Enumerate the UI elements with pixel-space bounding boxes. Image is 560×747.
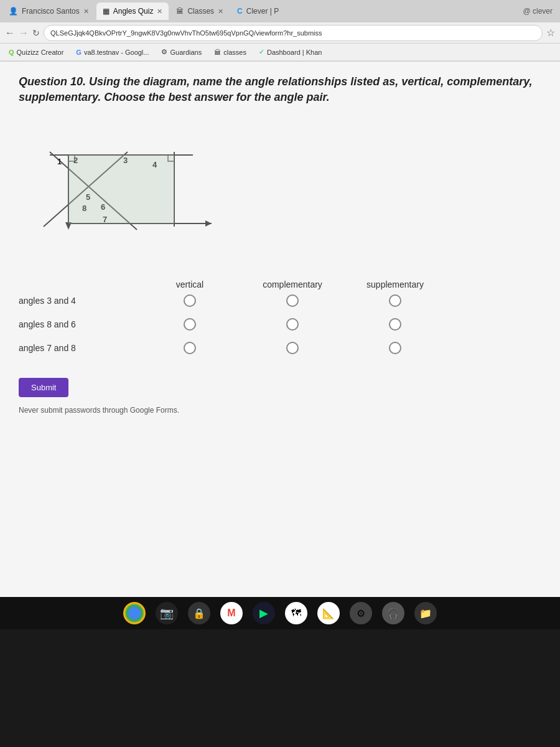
address-text: QLSeGJjqk4QBkvOPrtrY_9ngwK8V3g0nwVhvThO5…	[50, 29, 322, 37]
tab-icon-2: ▦	[103, 7, 110, 16]
tab-icon-1: 👤	[9, 7, 18, 16]
radio-cell-1-1[interactable]	[143, 294, 236, 307]
bookmark-icon-3: ⚙	[161, 48, 167, 56]
header-supplementary: supplementary	[348, 280, 442, 289]
svg-marker-18	[50, 155, 174, 223]
address-bar-row: ← → ↻ QLSeGJjqk4QBkvOPrtrY_9ngwK8V3g0nwV…	[0, 22, 560, 44]
tab-clever[interactable]: C Clever | P	[231, 2, 285, 20]
bookmark-label-5: Dashboard | Khan	[267, 49, 322, 56]
taskbar-icon-headphones[interactable]: 🎧	[382, 602, 404, 624]
tab-label-3: Classes	[187, 7, 214, 16]
bookmark-guardians[interactable]: ⚙ Guardians	[157, 47, 205, 57]
browser-chrome: 👤 Francisco Santos ✕ ▦ Angles Quiz ✕ 🏛 C…	[0, 0, 560, 62]
row-label-1: angles 3 and 4	[19, 296, 143, 306]
bookmark-label-2: va8.testnav - Googl...	[84, 49, 149, 56]
bookmark-label-1: Quizizz Creator	[17, 49, 64, 56]
page-content: Question 10. Using the diagram, name the…	[0, 62, 560, 597]
radio-2-vertical[interactable]	[184, 318, 196, 331]
tab-label-2: Angles Quiz	[113, 7, 154, 16]
taskbar-icon-lock[interactable]: 🔒	[188, 602, 210, 624]
clever-label: @ clever	[523, 7, 558, 16]
address-bar[interactable]: QLSeGJjqk4QBkvOPrtrY_9ngwK8V3g0nwVhvThO5…	[44, 25, 543, 41]
radio-cell-3-3[interactable]	[348, 342, 442, 354]
bookmark-icon-1: Q	[9, 49, 14, 56]
answer-grid: vertical complementary supplementary ang…	[19, 280, 541, 354]
bookmark-khan[interactable]: ✓ Dashboard | Khan	[255, 47, 325, 57]
tab-label-1: Francisco Santos	[22, 7, 80, 16]
warning-message: Never submit passwords through Google Fo…	[19, 406, 179, 415]
header-empty	[19, 280, 143, 289]
radio-cell-2-3[interactable]	[348, 318, 442, 331]
svg-marker-8	[205, 220, 212, 227]
grid-row-1: angles 3 and 4	[19, 294, 541, 307]
header-complementary: complementary	[236, 280, 348, 289]
grid-row-3: angles 7 and 8	[19, 342, 541, 354]
bookmark-icon-2: G	[76, 49, 82, 56]
radio-cell-3-2[interactable]	[236, 342, 348, 354]
radio-3-vertical[interactable]	[184, 342, 196, 354]
taskbar-icon-play[interactable]: ▶	[253, 602, 275, 624]
diagram-area: 1 2 3 4 5 6 7 8	[31, 118, 218, 261]
taskbar-icon-files[interactable]: 📁	[414, 602, 437, 624]
question-body: Using the diagram, name the angle relati…	[19, 75, 533, 103]
tab-close-1[interactable]: ✕	[83, 7, 89, 16]
radio-3-supplementary[interactable]	[389, 342, 401, 354]
bookmark-label-3: Guardians	[170, 49, 202, 56]
never-submit-text: Never submit passwords through Google Fo…	[19, 406, 541, 415]
grid-header: vertical complementary supplementary	[19, 280, 541, 289]
radio-cell-2-1[interactable]	[143, 318, 236, 331]
row-label-2: angles 8 and 6	[19, 319, 143, 329]
radio-cell-1-2[interactable]	[236, 294, 348, 307]
radio-1-supplementary[interactable]	[389, 294, 401, 307]
question-number: Question 10.	[19, 75, 86, 88]
tab-close-3[interactable]: ✕	[218, 7, 223, 16]
star-icon[interactable]: ☆	[546, 27, 555, 39]
geometry-diagram: 1 2 3 4 5 6 7 8	[31, 118, 218, 261]
tab-angles-quiz[interactable]: ▦ Angles Quiz ✕	[96, 2, 169, 20]
back-button[interactable]: ←	[5, 27, 15, 39]
bookmark-quizizz[interactable]: Q Quizizz Creator	[5, 47, 67, 57]
radio-1-complementary[interactable]	[286, 294, 299, 307]
svg-text:1: 1	[57, 157, 62, 166]
reload-button[interactable]: ↻	[32, 28, 40, 38]
header-vertical: vertical	[143, 280, 236, 289]
bookmark-classes[interactable]: 🏛 classes	[210, 47, 250, 57]
taskbar-icon-drive[interactable]: 📐	[317, 602, 340, 624]
tab-icon-3: 🏛	[176, 7, 184, 16]
taskbar-icon-gmail[interactable]: M	[220, 602, 243, 624]
tab-label-4: Clever | P	[246, 7, 279, 16]
taskbar-icon-video[interactable]: 📷	[156, 602, 178, 624]
taskbar-icon-chrome[interactable]	[123, 602, 146, 624]
tab-classes[interactable]: 🏛 Classes ✕	[170, 2, 230, 20]
taskbar-icon-maps[interactable]: 🗺	[285, 602, 307, 624]
bookmark-label-4: classes	[223, 49, 246, 56]
radio-3-complementary[interactable]	[286, 342, 299, 354]
radio-2-supplementary[interactable]	[389, 318, 401, 331]
submit-button[interactable]: Submit	[19, 378, 68, 397]
row-label-3: angles 7 and 8	[19, 343, 143, 353]
grid-row-2: angles 8 and 6	[19, 318, 541, 331]
question-text: Question 10. Using the diagram, name the…	[19, 74, 541, 105]
bookmark-icon-4: 🏛	[214, 49, 221, 56]
tab-icon-4: C	[237, 7, 243, 16]
radio-2-complementary[interactable]	[286, 318, 299, 331]
forward-button[interactable]: →	[19, 27, 29, 39]
taskbar-icon-settings[interactable]: ⚙	[350, 602, 372, 624]
radio-1-vertical[interactable]	[184, 294, 196, 307]
tab-francisco-santos[interactable]: 👤 Francisco Santos ✕	[2, 2, 95, 20]
tab-bar: 👤 Francisco Santos ✕ ▦ Angles Quiz ✕ 🏛 C…	[0, 0, 560, 22]
tab-close-2[interactable]: ✕	[157, 7, 162, 16]
bookmark-google[interactable]: G va8.testnav - Googl...	[72, 47, 152, 57]
clever-text: @ clever	[523, 7, 553, 16]
radio-cell-3-1[interactable]	[143, 342, 236, 354]
radio-cell-2-2[interactable]	[236, 318, 348, 331]
radio-cell-1-3[interactable]	[348, 294, 442, 307]
bookmark-icon-5: ✓	[259, 48, 264, 56]
taskbar: 📷 🔒 M ▶ 🗺 📐 ⚙ 🎧 📁	[0, 597, 560, 629]
bookmarks-bar: Q Quizizz Creator G va8.testnav - Googl.…	[0, 44, 560, 61]
